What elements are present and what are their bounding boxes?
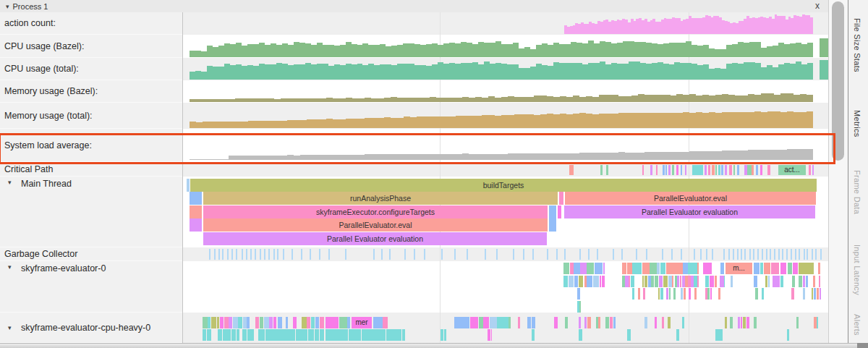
gc-event-tick[interactable]: [547, 249, 548, 260]
trace-event-slice[interactable]: [799, 276, 802, 287]
gc-event-tick[interactable]: [786, 249, 788, 260]
trace-event-tick[interactable]: [756, 165, 758, 175]
gc-event-tick[interactable]: [804, 249, 805, 260]
trace-event-slice[interactable]: [565, 317, 569, 328]
trace-event-tick[interactable]: [767, 165, 770, 175]
gc-event-tick[interactable]: [782, 249, 783, 260]
trace-event-tick[interactable]: [672, 165, 674, 175]
trace-event-bar[interactable]: [558, 205, 561, 218]
trace-event-bar[interactable]: [559, 192, 563, 205]
trace-event-slice[interactable]: [490, 317, 496, 328]
trace-event-tick[interactable]: [705, 165, 707, 175]
gc-event-tick[interactable]: [556, 249, 558, 260]
trace-event-slice[interactable]: [563, 263, 569, 274]
gc-event-tick[interactable]: [242, 249, 243, 260]
gc-event-tick[interactable]: [815, 249, 817, 260]
trace-event-slice[interactable]: [689, 288, 690, 300]
gc-event-tick[interactable]: [671, 249, 673, 260]
trace-event-slice[interactable]: [220, 317, 224, 328]
trace-event-slice[interactable]: [764, 263, 771, 274]
trace-event-slice[interactable]: [725, 317, 727, 328]
trace-event-slice[interactable]: [320, 329, 324, 341]
trace-event-slice[interactable]: [509, 317, 511, 328]
trace-event-slice[interactable]: [593, 276, 599, 287]
trace-event-slice[interactable]: [688, 263, 697, 274]
trace-event-slice[interactable]: [605, 317, 610, 328]
trace-event-slice[interactable]: [683, 263, 688, 274]
gc-event-tick[interactable]: [741, 249, 742, 260]
trace-event-slice[interactable]: [788, 263, 793, 274]
trace-event-slice[interactable]: [595, 263, 603, 274]
trace-event-slice[interactable]: [349, 329, 362, 341]
trace-event-slice[interactable]: [444, 329, 446, 341]
trace-event-slice[interactable]: [731, 276, 733, 287]
trace-event-slice[interactable]: [625, 276, 629, 287]
gc-event-tick[interactable]: [424, 249, 425, 260]
trace-event-slice[interactable]: [791, 288, 794, 300]
trace-event-slice[interactable]: [315, 329, 319, 341]
trace-event-tick[interactable]: [692, 165, 703, 175]
trace-event-slice[interactable]: [703, 263, 712, 274]
trace-event-tick[interactable]: [600, 165, 603, 175]
trace-event-slice[interactable]: [682, 317, 684, 328]
trace-event-slice[interactable]: [488, 329, 490, 341]
trace-event-slice[interactable]: [207, 329, 211, 341]
gc-event-tick[interactable]: [222, 249, 224, 260]
trace-event-slice[interactable]: [577, 288, 580, 300]
trace-event-slice[interactable]: [648, 276, 651, 287]
gc-event-tick[interactable]: [744, 249, 746, 260]
trace-event-tick[interactable]: [685, 165, 686, 175]
trace-event-slice[interactable]: [658, 288, 660, 300]
collapse-arrow-icon[interactable]: ▾: [6, 3, 9, 10]
trace-event-slice[interactable]: [632, 263, 642, 274]
gc-event-tick[interactable]: [662, 249, 663, 260]
trace-event-slice[interactable]: [203, 317, 208, 328]
trace-event-slice[interactable]: [491, 329, 493, 341]
gc-event-tick[interactable]: [597, 249, 598, 260]
gc-event-tick[interactable]: [246, 249, 247, 260]
trace-event-slice[interactable]: [632, 288, 634, 300]
trace-event-slice[interactable]: [813, 276, 815, 287]
gc-event-tick[interactable]: [268, 249, 270, 260]
trace-event-slice[interactable]: [483, 317, 489, 328]
trace-event-tick[interactable]: [721, 165, 723, 175]
trace-event-slice[interactable]: [479, 317, 484, 328]
gc-event-tick[interactable]: [273, 249, 275, 260]
trace-event-slice[interactable]: [627, 329, 631, 341]
meter-chart[interactable]: [190, 35, 813, 57]
trace-event-slice[interactable]: [243, 317, 247, 328]
trace-event-slice[interactable]: [793, 263, 799, 274]
trace-event-tick[interactable]: [681, 165, 682, 175]
trace-event-slice[interactable]: [587, 263, 594, 274]
gc-event-tick[interactable]: [523, 249, 524, 260]
trace-event-slice[interactable]: [655, 317, 658, 328]
meter-chart-edge[interactable]: [820, 60, 828, 80]
trace-event-slice[interactable]: [237, 329, 239, 341]
trace-event-slice[interactable]: [554, 317, 558, 328]
gc-event-tick[interactable]: [277, 249, 278, 260]
trace-event-slice[interactable]: [760, 263, 764, 274]
gc-event-tick[interactable]: [227, 249, 229, 260]
trace-event-slice[interactable]: [680, 276, 681, 287]
trace-event-tick[interactable]: [708, 165, 710, 175]
meter-chart-edge[interactable]: [820, 38, 828, 57]
gc-event-tick[interactable]: [723, 249, 725, 260]
trace-event-slice[interactable]: [803, 288, 805, 300]
trace-event-tick[interactable]: [642, 165, 644, 175]
trace-event-tick[interactable]: [737, 165, 739, 175]
trace-event-slice[interactable]: [754, 276, 757, 287]
trace-event-tick[interactable]: [676, 165, 678, 175]
trace-event-slice[interactable]: [638, 288, 640, 300]
trace-event-slice[interactable]: [705, 276, 709, 287]
trace-event-slice[interactable]: [231, 329, 237, 341]
gc-event-tick[interactable]: [694, 249, 695, 260]
gc-event-tick[interactable]: [774, 249, 775, 260]
trace-event-bar[interactable]: [190, 218, 202, 232]
trace-event-slice[interactable]: [659, 276, 663, 287]
trace-event-slice[interactable]: [697, 263, 699, 274]
trace-event-slice[interactable]: [383, 317, 388, 328]
trace-event-slice[interactable]: [265, 329, 272, 341]
trace-event-slice[interactable]: [746, 317, 749, 328]
tab-metrics[interactable]: Metrics: [853, 110, 861, 137]
trace-event-bar[interactable]: [549, 218, 556, 232]
